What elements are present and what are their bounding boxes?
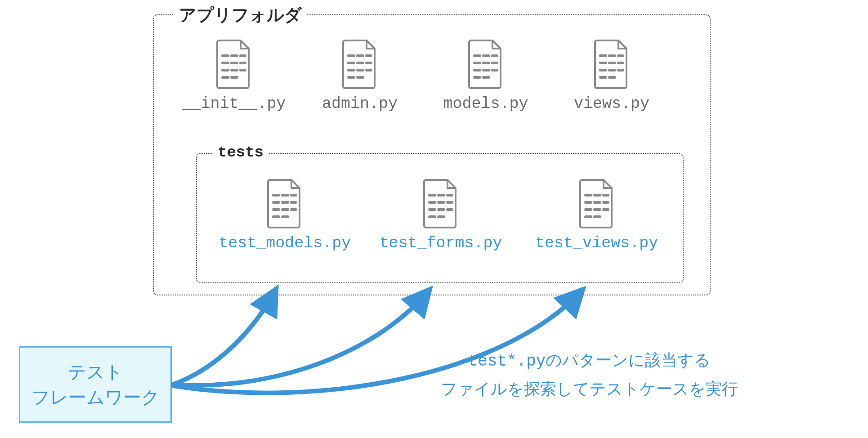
file-icon [340, 39, 380, 90]
file-test-models: test_models.py [213, 178, 357, 253]
framework-line2: フレームワーク [31, 384, 160, 410]
file-label: models.py [443, 94, 528, 113]
framework-line1: テスト [68, 359, 123, 384]
file-models: models.py [427, 39, 544, 113]
file-icon [421, 178, 461, 229]
app-files-row: __init__.py admin.py models.py [171, 39, 675, 113]
file-label: __init__.py [182, 94, 286, 113]
explanation-text: test*.pyのパターンに該当する ファイルを探索してテストケースを実行 [441, 346, 738, 402]
file-icon [264, 178, 305, 229]
file-test-forms: test_forms.py [369, 178, 513, 253]
file-init: __init__.py [175, 39, 292, 113]
test-framework-box: テスト フレームワーク [19, 346, 172, 423]
explain-line2: ファイルを探索してテストケースを実行 [441, 375, 738, 402]
arrow-to-test-models [173, 292, 274, 384]
file-icon [591, 39, 632, 90]
file-icon [577, 178, 617, 229]
test-files-row: test_models.py test_forms.py tes [207, 178, 675, 253]
arrow-to-test-forms [173, 292, 427, 385]
file-admin: admin.py [301, 39, 418, 113]
file-label: views.py [574, 94, 649, 113]
file-views: views.py [553, 39, 670, 113]
app-folder-legend: アプリフォルダ [174, 4, 307, 27]
file-icon [214, 39, 254, 90]
file-icon [465, 39, 506, 90]
file-test-views: test_views.py [525, 178, 669, 253]
file-label: test_models.py [219, 234, 351, 253]
file-label: admin.py [322, 94, 398, 113]
explain-pattern: test*.pyのパターンに該当する [468, 352, 711, 371]
tests-legend: tests [212, 144, 269, 161]
file-label: test_views.py [535, 234, 658, 253]
file-label: test_forms.py [379, 234, 502, 253]
